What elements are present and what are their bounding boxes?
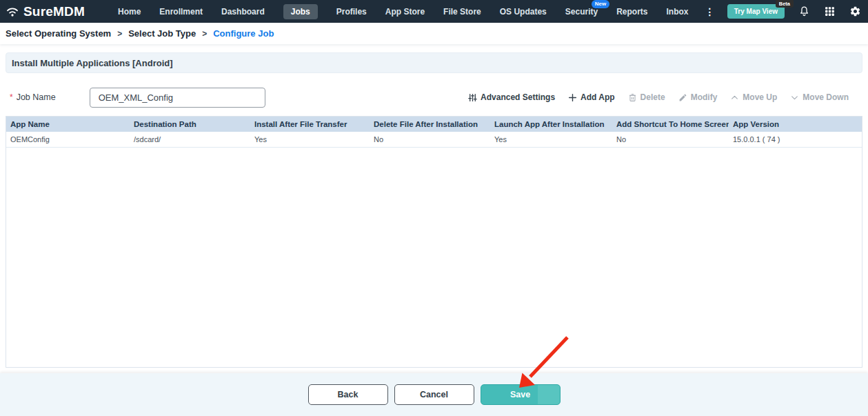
more-menu-icon[interactable]: ⋮ [705,7,715,17]
apps-toolbar: Advanced Settings Add App Delete [468,92,849,102]
required-asterisk: * [10,92,13,102]
cancel-button[interactable]: Cancel [394,384,474,405]
header-cell-add-shortcut-to-home-screen: Add Shortcut To Home Screen [612,117,729,132]
sliders-icon [468,93,477,102]
header-cell-destination-path: Destination Path [130,117,250,132]
advanced-settings-label: Advanced Settings [481,92,555,102]
modify-button[interactable]: Modify [678,92,718,102]
nav-item-dashboard[interactable]: Dashboard [221,7,265,17]
trash-icon [628,93,637,102]
section-title: Install Multiple Applications [Android] [12,58,173,68]
breadcrumb-separator: > [117,29,122,39]
brand-name: SureMDM [23,4,85,19]
nav-item-home[interactable]: Home [118,7,141,17]
save-button[interactable]: Save [481,384,561,405]
brand-logo[interactable]: SureMDM [6,4,85,19]
table-cell: No [612,132,729,147]
table-row[interactable]: OEMConfig/sdcard/YesNoYesNo15.0.0.1 ( 74… [6,132,862,148]
nav-item-os-updates[interactable]: OS Updates [500,7,547,17]
table-cell: Yes [250,132,370,147]
add-app-button[interactable]: Add App [568,92,615,102]
nav-item-reports[interactable]: Reports [616,7,647,17]
breadcrumb-select-operating-system[interactable]: Select Operating System [6,28,111,39]
try-map-view-label: Try Map View [734,8,778,15]
header-cell-app-version: App Version [729,117,862,132]
breadcrumb: Select Operating System > Select Job Typ… [0,23,868,44]
notifications-bell-icon[interactable] [798,6,810,17]
table-body: OEMConfig/sdcard/YesNoYesNo15.0.0.1 ( 74… [6,132,862,148]
move-up-button[interactable]: Move Up [730,92,777,102]
header-cell-delete-file-after-installation: Delete File After Installation [370,117,490,132]
modify-label: Modify [691,92,718,102]
footer-bar: Back Cancel Save [0,373,868,416]
table-cell: 15.0.0.1 ( 74 ) [729,132,862,147]
table-cell: Yes [490,132,612,147]
job-name-input[interactable] [90,88,265,108]
advanced-settings-button[interactable]: Advanced Settings [468,92,555,102]
table-cell: No [370,132,490,147]
nav-item-profiles[interactable]: Profiles [336,7,367,17]
chevron-up-icon [730,93,739,102]
nav-item-jobs[interactable]: Jobs [283,4,318,19]
nav-item-enrollment[interactable]: Enrollment [159,7,203,17]
breadcrumb-select-job-type[interactable]: Select Job Type [128,28,196,39]
job-name-label: Job Name [17,92,56,102]
new-badge: New [592,0,609,8]
table-header: App NameDestination PathInstall After Fi… [6,117,862,132]
delete-button[interactable]: Delete [628,92,665,102]
wifi-logo-icon [6,6,19,17]
breadcrumb-separator: > [202,29,207,39]
header-cell-install-after-file-transfer: Install After File Transfer [250,117,370,132]
table-cell: OEMConfig [6,132,130,147]
chevron-down-icon [790,93,799,102]
plus-icon [568,93,577,102]
add-app-label: Add App [581,92,615,102]
nav-item-inbox[interactable]: Inbox [667,7,689,17]
breadcrumb-configure-job[interactable]: Configure Job [213,28,274,39]
try-map-view-button[interactable]: Try Map View Beta [727,4,785,19]
nav-item-file-store[interactable]: File Store [443,7,481,17]
section-title-bar: Install Multiple Applications [Android] [6,52,862,73]
move-down-button[interactable]: Move Down [790,92,849,102]
app-grid-icon[interactable] [824,6,836,17]
beta-badge: Beta [776,0,794,8]
delete-label: Delete [640,92,665,102]
pencil-icon [678,93,687,102]
job-name-row: * Job Name Advanced Settings Add App [10,87,849,108]
table-cell: /sdcard/ [130,132,250,147]
move-down-label: Move Down [803,92,849,102]
back-button[interactable]: Back [308,384,388,405]
header-cell-app-name: App Name [6,117,130,132]
nav-item-app-store[interactable]: App Store [385,7,425,17]
nav-item-security[interactable]: SecurityNew [565,7,598,17]
header-cell-launch-app-after-installation: Launch App After Installation [490,117,612,132]
navbar: SureMDM HomeEnrollmentDashboardJobsProfi… [0,0,868,23]
nav-items: HomeEnrollmentDashboardJobsProfilesApp S… [118,4,688,19]
move-up-label: Move Up [743,92,777,102]
settings-gear-icon[interactable] [849,6,861,17]
apps-table: App NameDestination PathInstall After Fi… [6,116,862,368]
